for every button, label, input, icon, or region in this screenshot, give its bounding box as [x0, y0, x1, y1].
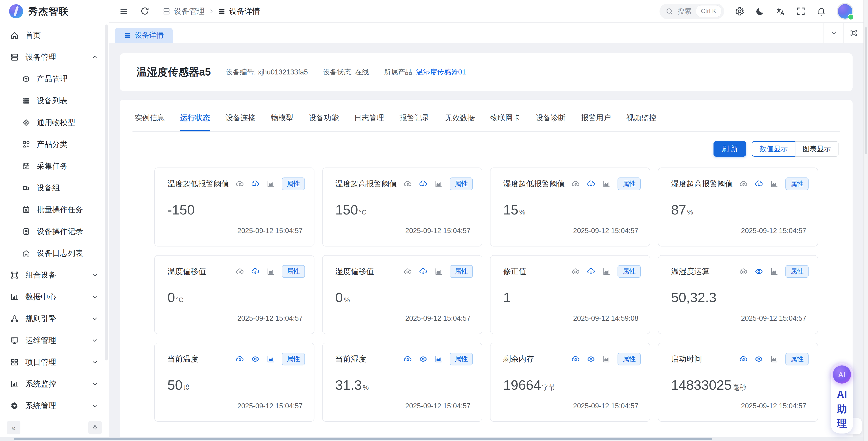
sidebar-item-5[interactable]: 产品分类 [0, 134, 106, 155]
vertical-scrollbar[interactable] [864, 0, 868, 441]
eye-icon[interactable] [587, 355, 595, 363]
breadcrumb-device-management[interactable]: 设备管理 [162, 6, 205, 17]
cloud-down-icon[interactable] [251, 179, 259, 188]
detail-tab-7[interactable]: 无效数据 [445, 113, 475, 131]
bell-icon[interactable] [816, 6, 826, 16]
area-chart-icon[interactable] [602, 267, 611, 276]
settings-icon[interactable] [735, 6, 745, 16]
attribute-badge[interactable]: 属性 [618, 177, 641, 190]
cloud-sync-icon[interactable] [739, 355, 748, 363]
sidebar-item-9[interactable]: 设备操作记录 [0, 220, 106, 242]
sidebar-item-17[interactable]: 系统管理 [0, 395, 106, 411]
ai-assistant-button[interactable]: AI AI 助 理 [831, 363, 853, 434]
search-input[interactable]: 搜索 Ctrl K [659, 4, 724, 19]
detail-tab-2[interactable]: 设备连接 [225, 113, 255, 131]
cloud-sync-icon[interactable] [571, 267, 580, 276]
tab-device-detail[interactable]: 设备详情 [115, 28, 173, 43]
sidebar-item-12[interactable]: 数据中心 [0, 286, 106, 308]
sidebar-item-10[interactable]: 设备日志列表 [0, 242, 106, 264]
sidebar-item-0[interactable]: 首页 [0, 25, 106, 46]
attribute-badge[interactable]: 属性 [282, 353, 305, 365]
cloud-sync-icon[interactable] [236, 267, 244, 276]
cloud-sync-icon[interactable] [571, 355, 580, 363]
sidebar-item-14[interactable]: 运维管理 [0, 329, 106, 351]
detail-tab-0[interactable]: 实例信息 [135, 113, 165, 131]
detail-tab-4[interactable]: 设备功能 [309, 113, 339, 131]
refresh-icon[interactable] [140, 6, 150, 16]
attribute-badge[interactable]: 属性 [450, 265, 473, 278]
detail-tab-11[interactable]: 视频监控 [626, 113, 656, 131]
cloud-sync-icon[interactable] [571, 179, 580, 188]
sidebar-item-7[interactable]: 设备组 [0, 177, 106, 199]
detail-tab-1[interactable]: 运行状态 [180, 113, 210, 131]
cloud-sync-icon[interactable] [403, 267, 412, 276]
sidebar-item-6[interactable]: 采集任务 [0, 155, 106, 177]
area-chart-icon[interactable] [266, 179, 275, 188]
moon-icon[interactable] [755, 6, 765, 16]
sidebar-item-4[interactable]: 通用物模型 [0, 112, 106, 134]
detail-tab-6[interactable]: 报警记录 [400, 113, 430, 131]
attribute-badge[interactable]: 属性 [450, 177, 473, 190]
area-chart-icon[interactable] [602, 355, 611, 363]
detail-tab-8[interactable]: 物联网卡 [490, 113, 520, 131]
cloud-down-icon[interactable] [251, 267, 259, 276]
area-chart-icon[interactable] [770, 267, 779, 276]
chevron-down-icon[interactable] [824, 23, 843, 43]
translate-icon[interactable] [775, 6, 785, 16]
area-chart-icon[interactable] [266, 267, 275, 276]
attribute-badge[interactable]: 属性 [282, 265, 305, 278]
cloud-down-icon[interactable] [419, 179, 427, 188]
detail-tab-3[interactable]: 物模型 [271, 113, 293, 131]
chart-display-button[interactable]: 图表显示 [796, 141, 838, 156]
cloud-sync-icon[interactable] [236, 355, 244, 363]
attribute-badge[interactable]: 属性 [618, 265, 641, 278]
eye-icon[interactable] [754, 355, 763, 363]
horizontal-scrollbar-thumb[interactable] [13, 438, 712, 440]
area-chart-icon[interactable] [602, 179, 611, 188]
sidebar-item-15[interactable]: 项目管理 [0, 351, 106, 373]
area-chart-icon[interactable] [770, 179, 779, 188]
cloud-down-icon[interactable] [419, 267, 427, 276]
area-chart-icon[interactable] [434, 179, 443, 188]
cloud-down-icon[interactable] [587, 267, 595, 276]
cloud-down-icon[interactable] [587, 179, 595, 188]
sidebar-scrollbar[interactable] [105, 25, 108, 360]
attribute-badge[interactable]: 属性 [450, 353, 473, 365]
cloud-sync-icon[interactable] [739, 267, 748, 276]
sidebar-item-13[interactable]: 规则引擎 [0, 308, 106, 329]
area-chart-icon[interactable] [434, 267, 443, 276]
attribute-badge[interactable]: 属性 [618, 353, 641, 365]
attribute-badge[interactable]: 属性 [785, 177, 809, 190]
hamburger-icon[interactable] [119, 6, 129, 16]
sidebar-item-2[interactable]: 产品管理 [0, 68, 106, 90]
breadcrumb-device-detail[interactable]: 设备详情 [218, 6, 260, 17]
cloud-sync-icon[interactable] [403, 179, 412, 188]
pin-icon[interactable] [88, 421, 102, 434]
user-avatar[interactable] [837, 3, 854, 20]
attribute-badge[interactable]: 属性 [785, 265, 809, 278]
cloud-sync-icon[interactable] [236, 179, 244, 188]
vertical-scrollbar-thumb[interactable] [865, 27, 867, 154]
eye-icon[interactable] [251, 355, 259, 363]
area-chart-icon[interactable] [434, 355, 443, 363]
area-chart-icon[interactable] [266, 355, 275, 363]
sidebar-item-8[interactable]: 批量操作任务 [0, 199, 106, 220]
eye-icon[interactable] [419, 355, 427, 363]
attribute-badge[interactable]: 属性 [785, 353, 809, 365]
attribute-badge[interactable]: 属性 [282, 177, 305, 190]
cloud-sync-icon[interactable] [739, 179, 748, 188]
detail-tab-10[interactable]: 报警用户 [581, 113, 611, 131]
sidebar-item-11[interactable]: 组合设备 [0, 264, 106, 286]
cloud-down-icon[interactable] [754, 179, 763, 188]
sidebar-item-1[interactable]: 设备管理 [0, 46, 106, 68]
fullscreen-icon[interactable] [796, 6, 806, 16]
refresh-button[interactable]: 刷 新 [713, 141, 746, 156]
area-chart-icon[interactable] [770, 355, 779, 363]
sidebar-collapse-button[interactable]: « [7, 421, 21, 434]
eye-icon[interactable] [754, 267, 763, 276]
sidebar-item-3-active[interactable]: 设备列表 [0, 90, 106, 112]
detail-tab-9[interactable]: 设备诊断 [536, 113, 566, 131]
detail-tab-5[interactable]: 日志管理 [354, 113, 384, 131]
scan-icon[interactable] [843, 23, 864, 43]
product-link[interactable]: 温湿度传感器01 [416, 68, 466, 76]
